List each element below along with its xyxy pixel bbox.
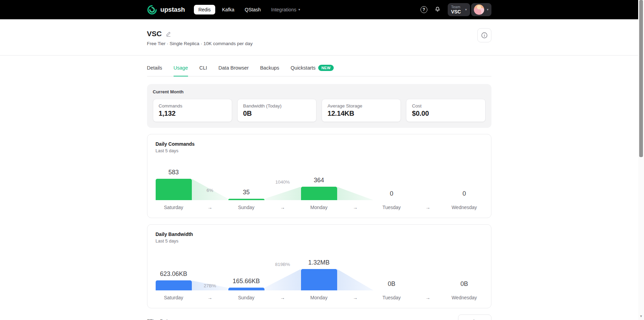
nav-item-redis[interactable]: Redis: [194, 5, 215, 14]
user-menu[interactable]: ▾: [471, 3, 491, 17]
chevron-down-icon: ▾: [465, 8, 467, 11]
connector-shape: [192, 167, 228, 200]
quickstarts-label: Quickstarts: [291, 65, 316, 71]
stat-average-storage: Average Storage 12.14KB: [322, 99, 401, 122]
edit-name-icon[interactable]: [166, 31, 172, 37]
chart-column: 623.06KB: [156, 258, 192, 290]
arrow-separator-icon: →: [264, 205, 301, 210]
chart-title: Daily Commands: [156, 141, 483, 147]
chart-column: 0: [374, 167, 410, 200]
chart-title: Daily Bandwidth: [156, 231, 483, 237]
top-navbar: upstash Redis Kafka QStash Integrations …: [0, 0, 638, 19]
tab-cli[interactable]: CLI: [199, 65, 207, 76]
chart-connector: 6%: [192, 167, 228, 200]
scrollbar-thumb[interactable]: [639, 0, 643, 157]
connector-shape: [337, 167, 374, 200]
panel-title: Current Month: [153, 89, 486, 94]
change-label: 1040%: [264, 179, 301, 185]
tab-data-browser[interactable]: Data Browser: [218, 65, 249, 76]
axis-day-label: Monday: [301, 295, 337, 300]
arrow-separator-icon: →: [337, 295, 374, 300]
axis-day-label: Sunday: [228, 205, 264, 210]
tab-usage[interactable]: Usage: [174, 65, 188, 76]
daily-commands-chart: 583 6% 35 1040%: [156, 167, 483, 200]
bar-value-label: 623.06KB: [156, 270, 192, 278]
bar-value-label: 35: [228, 189, 264, 196]
stat-label: Bandwidth (Today): [243, 103, 311, 109]
tab-details[interactable]: Details: [147, 65, 162, 76]
tab-quickstarts[interactable]: Quickstarts NEW: [291, 65, 334, 76]
change-label: 819B%: [264, 262, 301, 267]
filter-data-section: Filter Data Past hour ⌄: [147, 314, 491, 320]
chart-column: 0B: [374, 258, 410, 290]
daily-bandwidth-chart: 623.06KB 27B% 165.66KB 819B%: [156, 258, 483, 290]
stat-value: 0B: [243, 110, 311, 117]
chart-column: 0: [446, 167, 482, 200]
scroll-down-arrow-icon[interactable]: ▼: [638, 314, 644, 318]
bar-value-label: 364: [301, 177, 337, 184]
plan-subtitle: Free Tier · Single Replica · 10K command…: [147, 41, 491, 46]
nav-item-kafka[interactable]: Kafka: [219, 5, 238, 14]
arrow-separator-icon: →: [264, 295, 301, 300]
team-switcher[interactable]: Team VSC ▾: [448, 3, 470, 17]
bar-value-label: 165.66KB: [228, 278, 264, 285]
bar-value-label: 0: [374, 190, 410, 197]
chevron-down-icon: ▾: [487, 8, 488, 11]
database-header: VSC Free Tier · Single Replica · 10K com…: [0, 19, 638, 55]
stat-value: 1,132: [159, 110, 226, 117]
upstash-brand[interactable]: upstash: [147, 5, 185, 15]
arrow-separator-icon: →: [192, 295, 228, 300]
time-range-select[interactable]: Past hour ⌄: [458, 314, 491, 320]
chart-subtitle: Last 5 days: [156, 148, 483, 153]
stat-bandwidth-today: Bandwidth (Today) 0B: [237, 99, 316, 122]
arrow-separator-icon: →: [410, 295, 446, 300]
axis-day-label: Saturday: [156, 295, 192, 300]
chart-connector: 1040%: [264, 167, 301, 200]
chart-column: 583: [156, 167, 192, 200]
brand-name: upstash: [160, 6, 185, 13]
axis-day-label: Tuesday: [374, 295, 410, 300]
daily-bandwidth-card: Daily Bandwidth Last 5 days 623.06KB 27B…: [147, 224, 491, 308]
bar: [301, 187, 337, 200]
axis-day-label: Sunday: [228, 295, 264, 300]
change-label: 6%: [192, 188, 228, 193]
stat-cost: Cost $0.00: [406, 99, 485, 122]
arrow-separator-icon: →: [410, 205, 446, 210]
stat-value: $0.00: [412, 110, 479, 117]
bar-value-label: 583: [156, 169, 192, 176]
avatar: [474, 4, 484, 15]
scrollbar[interactable]: ▼: [638, 0, 644, 320]
stat-label: Average Storage: [328, 103, 395, 109]
axis-day-label: Wednesday: [446, 295, 482, 300]
stat-label: Cost: [412, 103, 479, 109]
chevron-down-icon: ▾: [298, 8, 300, 11]
tab-backups[interactable]: Backups: [260, 65, 279, 76]
new-badge: NEW: [318, 65, 334, 71]
chart-column: 364: [301, 167, 337, 200]
info-button[interactable]: [477, 28, 491, 42]
chart-column: 35: [228, 167, 264, 200]
notifications-bell-icon[interactable]: [434, 6, 441, 13]
daily-commands-card: Daily Commands Last 5 days 583 6% 35: [147, 134, 491, 218]
integrations-label: Integrations: [271, 7, 296, 12]
current-month-panel: Current Month Commands 1,132 Bandwidth (…: [147, 84, 491, 128]
axis-day-label: Saturday: [156, 205, 192, 210]
chart-column: 165.66KB: [228, 258, 264, 290]
chart-connector: [337, 258, 374, 290]
chart-subtitle: Last 5 days: [156, 238, 483, 244]
bar: [301, 269, 337, 290]
bar-value-label: 0B: [374, 280, 410, 288]
chart-connector: [337, 167, 374, 200]
help-icon[interactable]: ?: [420, 6, 427, 13]
nav-item-qstash[interactable]: QStash: [241, 5, 264, 14]
page-title: VSC: [147, 30, 162, 38]
stat-value: 12.14KB: [328, 110, 395, 117]
nav-item-integrations[interactable]: Integrations ▾: [268, 5, 303, 14]
chart-column: 0B: [446, 258, 482, 290]
connector-shape: [337, 258, 374, 290]
axis-day-label: Tuesday: [374, 205, 410, 210]
upstash-logo-icon: [147, 5, 157, 15]
stat-commands: Commands 1,132: [153, 99, 232, 122]
chart-connector: [410, 258, 446, 290]
arrow-separator-icon: →: [192, 205, 228, 210]
